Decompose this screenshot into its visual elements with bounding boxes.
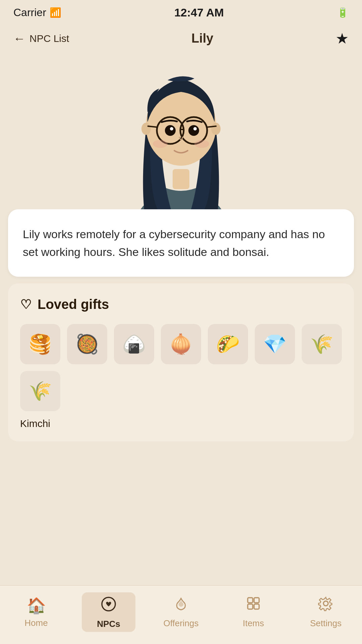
tab-home[interactable]: 🏠 Home [9, 596, 63, 628]
gifts-title-text: Loved gifts [38, 297, 109, 312]
gift-item-pancakes[interactable]: 🥞 [20, 324, 60, 364]
description-card: Lily works remotely for a cybersecurity … [8, 209, 354, 277]
tab-home-label: Home [24, 618, 48, 628]
svg-point-3 [141, 123, 151, 135]
svg-point-21 [323, 601, 328, 606]
tab-settings-label: Settings [310, 618, 342, 629]
svg-point-12 [170, 127, 173, 130]
gift-item-grain-1[interactable]: 🌾 [302, 324, 342, 364]
svg-rect-1 [173, 169, 189, 189]
carrier-text: Carrier 📶 [13, 6, 61, 19]
tab-items-label: Items [243, 618, 264, 629]
page-title: Lily [191, 31, 213, 46]
back-label: NPC List [29, 33, 69, 44]
nav-header: ← NPC List Lily ★ [0, 23, 362, 55]
loved-gifts-card: ♡ Loved gifts 🥞 🥘 🍙 🧅 🌮 💎 🌾 🌾 Kimchi [8, 283, 354, 441]
tab-npcs[interactable]: NPCs [82, 592, 135, 632]
npcs-icon [101, 596, 116, 615]
gift-item-taco[interactable]: 🌮 [208, 324, 248, 364]
battery-icon: 🔋 [337, 7, 349, 18]
offerings-icon [173, 596, 189, 615]
heart-icon: ♡ [20, 297, 32, 312]
svg-point-4 [211, 123, 221, 135]
svg-rect-20 [254, 604, 259, 609]
tab-npcs-label: NPCs [97, 619, 120, 629]
character-illustration [121, 55, 241, 209]
tab-settings[interactable]: Settings [299, 596, 353, 629]
back-button[interactable]: ← NPC List [13, 32, 69, 46]
gift-selected-label: Kimchi [20, 418, 342, 429]
gift-item-gem[interactable]: 💎 [255, 324, 295, 364]
gift-item-stew[interactable]: 🥘 [67, 324, 107, 364]
svg-rect-19 [248, 604, 253, 609]
gift-item-grain-2[interactable]: 🌾 [20, 371, 60, 411]
svg-point-14 [153, 140, 168, 148]
character-portrait [0, 55, 362, 209]
svg-rect-17 [248, 598, 253, 603]
favorite-button[interactable]: ★ [336, 30, 349, 47]
gifts-title: ♡ Loved gifts [20, 297, 342, 312]
svg-point-10 [165, 125, 176, 136]
wifi-icon: 📶 [50, 7, 61, 18]
settings-icon [318, 596, 334, 615]
gift-item-onigiri[interactable]: 🍙 [114, 324, 154, 364]
svg-rect-18 [254, 598, 259, 603]
tab-items[interactable]: Items [227, 596, 280, 629]
description-text: Lily works remotely for a cybersecurity … [23, 225, 339, 261]
tab-bar: 🏠 Home NPCs Offerings [0, 585, 362, 644]
svg-point-15 [194, 140, 209, 148]
status-bar: Carrier 📶 12:47 AM 🔋 [0, 0, 362, 23]
carrier-label: Carrier [13, 6, 46, 19]
back-arrow-icon: ← [13, 32, 25, 46]
home-icon: 🏠 [27, 596, 46, 614]
gifts-grid: 🥞 🥘 🍙 🧅 🌮 💎 🌾 🌾 [20, 324, 342, 411]
tab-offerings[interactable]: Offerings [154, 596, 208, 629]
tab-offerings-label: Offerings [163, 618, 198, 629]
svg-point-13 [193, 127, 197, 130]
items-icon [246, 596, 261, 615]
time-display: 12:47 AM [174, 6, 224, 19]
gift-item-onion[interactable]: 🧅 [161, 324, 201, 364]
svg-point-11 [188, 125, 199, 136]
